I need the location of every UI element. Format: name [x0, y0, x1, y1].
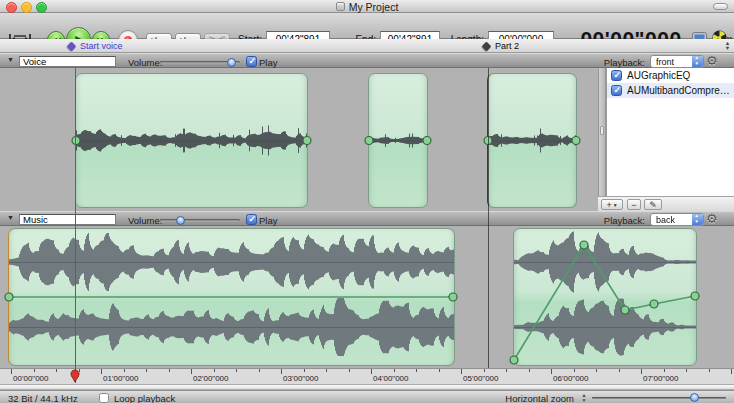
automation-handle[interactable] [449, 293, 457, 301]
volume-slider-knob[interactable] [176, 216, 185, 225]
music-audio-region[interactable] [513, 228, 697, 366]
marker-label: Start voice [80, 41, 123, 51]
gear-icon[interactable]: ⚙ [706, 211, 718, 226]
automation-envelope[interactable] [76, 74, 80, 78]
disclosure-triangle-icon[interactable]: ▼ [7, 56, 14, 63]
titlebar: My Project [0, 0, 734, 13]
toolbar-toggle-pill[interactable] [713, 3, 728, 10]
loop-playback-label: Loop playback [114, 393, 175, 403]
chevron-down-icon: ▼ [613, 202, 618, 208]
effect-checkbox[interactable] [611, 85, 622, 96]
ruler-tick [439, 369, 440, 372]
voice-audio-region[interactable] [487, 73, 577, 208]
waveform-canvas[interactable] [514, 229, 696, 365]
automation-handle[interactable] [650, 300, 658, 308]
ruler-tick [641, 369, 642, 374]
marker-flag-icon[interactable] [482, 41, 492, 51]
ruler-tick [416, 369, 417, 372]
ruler-time-label: 07'00"000 [643, 374, 679, 383]
play-checkbox[interactable] [246, 214, 257, 225]
marker-bar[interactable]: Start voicePart 2 [0, 39, 734, 53]
automation-handle[interactable] [621, 306, 629, 314]
volume-slider-knob[interactable] [227, 58, 236, 67]
automation-handle[interactable] [423, 137, 431, 145]
volume-slider[interactable] [160, 61, 240, 64]
marker-label: Part 2 [495, 41, 519, 51]
playhead-pin[interactable] [70, 369, 80, 387]
music-track-lane [0, 226, 734, 368]
ruler-tick [214, 369, 215, 372]
automation-handle[interactable] [303, 137, 311, 145]
select-stepper-icon [692, 214, 703, 225]
waveform-canvas[interactable] [488, 74, 576, 207]
ruler-tick [304, 369, 305, 372]
automation-envelope[interactable] [9, 229, 13, 233]
automation-handle[interactable] [691, 292, 699, 300]
ruler-tick [56, 369, 57, 372]
ruler-tick [34, 369, 35, 372]
zoom-slider[interactable] [592, 397, 726, 399]
automation-envelope[interactable] [369, 74, 373, 78]
track-name-field[interactable] [19, 56, 116, 67]
ruler-tick [326, 369, 327, 372]
ruler-tick [551, 369, 552, 374]
automation-handle[interactable] [572, 137, 580, 145]
marker-bar-stepper[interactable]: ▲ ▼ [722, 39, 733, 53]
effect-label: AUGraphicEQ [627, 70, 690, 81]
timeline-ruler[interactable]: 00'00"00001'00"00002'00"00003'00"00004'0… [0, 368, 734, 384]
volume-slider[interactable] [160, 219, 240, 222]
ruler-tick [236, 369, 237, 372]
automation-handle[interactable] [580, 241, 588, 249]
zoom-stepper[interactable]: ▲ ▼ [579, 391, 589, 403]
waveform-canvas[interactable] [369, 74, 427, 207]
ruler-time-label: 05'00"000 [463, 374, 499, 383]
effect-row[interactable]: AUMultibandCompre… [607, 83, 734, 98]
title-group: My Project [0, 0, 734, 13]
automation-envelope[interactable] [514, 229, 518, 233]
zoom-slider-knob[interactable] [690, 393, 699, 402]
waveform-canvas[interactable] [76, 74, 307, 207]
music-track-header: ▼Volume:PlayPlayback:back⚙ [0, 211, 734, 226]
gear-icon[interactable]: ⚙ [706, 53, 718, 68]
play-label: Play [259, 215, 277, 226]
ruler-tick [731, 369, 732, 374]
automation-handle[interactable] [5, 293, 13, 301]
voice-audio-region[interactable] [75, 73, 308, 208]
edit-effect-button[interactable]: ✎ [644, 199, 662, 210]
stepper-down-icon[interactable]: ▼ [582, 398, 587, 403]
track-name-field[interactable] [19, 214, 116, 225]
playback-select[interactable]: back [650, 213, 704, 226]
ruler-time-label: 03'00"000 [283, 374, 319, 383]
remove-effect-button[interactable]: − [627, 199, 641, 210]
loop-playback-checkbox[interactable] [99, 393, 109, 403]
scroll-grip[interactable] [600, 126, 604, 135]
horizontal-zoom-label: Horizontal zoom [488, 393, 574, 403]
add-effect-button[interactable]: + ▼ [601, 199, 623, 210]
document-proxy-icon [336, 2, 345, 11]
ruler-tick [259, 369, 260, 372]
stepper-down-icon[interactable]: ▼ [725, 46, 730, 51]
effects-scroll-strip[interactable] [598, 68, 606, 211]
ruler-tick [281, 369, 282, 374]
ruler-tick [461, 369, 462, 374]
effect-label: AUMultibandCompre… [627, 85, 730, 96]
ruler-tick [574, 369, 575, 372]
play-checkbox[interactable] [246, 56, 257, 67]
playhead-line[interactable] [75, 68, 76, 383]
automation-handle[interactable] [365, 137, 373, 145]
automation-handle[interactable] [510, 356, 518, 364]
effect-row[interactable]: AUGraphicEQ [607, 68, 734, 83]
playback-select-value: front [656, 57, 674, 67]
ruler-time-label: 01'00"000 [103, 374, 139, 383]
voice-track-header: ▼Volume:PlayPlayback:front⚙ [0, 53, 734, 68]
disclosure-triangle-icon[interactable]: ▼ [7, 214, 14, 221]
voice-audio-region[interactable] [368, 73, 428, 208]
ruler-tick [124, 369, 125, 372]
effect-checkbox[interactable] [611, 70, 622, 81]
marker-flag-icon[interactable] [67, 41, 77, 51]
ruler-tick [169, 369, 170, 372]
playback-select[interactable]: front [650, 55, 704, 68]
automation-handle[interactable] [72, 137, 80, 145]
playback-label: Playback: [598, 215, 645, 226]
ruler-tick [686, 369, 687, 372]
